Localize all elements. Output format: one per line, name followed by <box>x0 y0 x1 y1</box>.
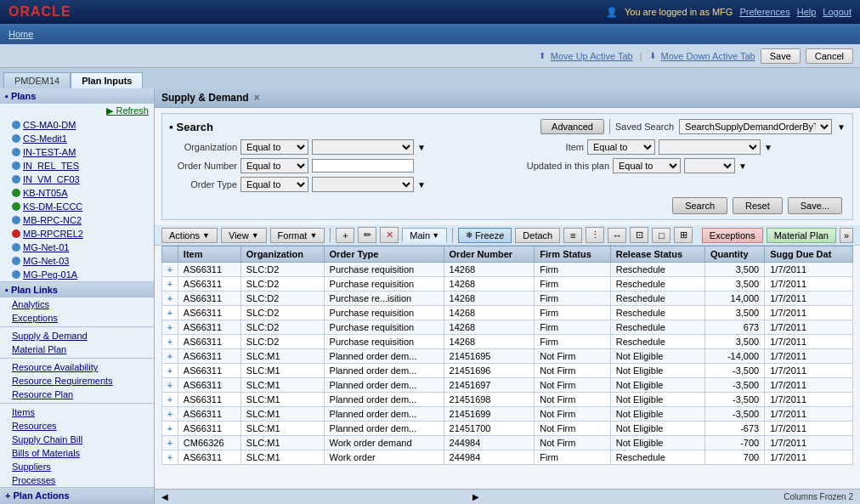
sidebar-item-supply-chain-bill[interactable]: Supply Chain Bill <box>0 433 154 446</box>
panel-close-button[interactable]: × <box>254 92 260 104</box>
reset-button[interactable]: Reset <box>733 197 783 214</box>
expand-cell[interactable]: + <box>162 393 178 407</box>
sidebar-item-mg-peg-01a[interactable]: MG-Peg-01A <box>0 268 154 281</box>
sidebar-item-analytics[interactable]: Analytics <box>0 297 154 311</box>
new-row-button[interactable]: + <box>336 228 354 243</box>
main-tab[interactable]: Main ▼ <box>402 228 447 242</box>
order-number-input[interactable] <box>312 159 414 173</box>
col-header-organization[interactable]: Organization <box>240 246 324 263</box>
sidebar-item-material-plan[interactable]: Material Plan <box>0 343 154 356</box>
sidebar-item-mg-net-01[interactable]: MG-Net-01 <box>0 241 154 254</box>
material-plan-button[interactable]: Material Plan <box>767 228 836 243</box>
sidebar-item-mb-rpc-nc2[interactable]: MB-RPC-NC2 <box>0 213 154 227</box>
scroll-right[interactable]: ▶ <box>472 492 479 501</box>
col-header-release-status[interactable]: Release Status <box>610 246 704 263</box>
expand-cell[interactable]: + <box>162 292 178 306</box>
sidebar-item-exceptions[interactable]: Exceptions <box>0 311 154 325</box>
move-up-label[interactable]: Move Up Active Tab <box>551 51 633 61</box>
updated-op-select[interactable]: Equal to <box>613 158 681 173</box>
sidebar-item-resource-plan[interactable]: Resource Plan <box>0 388 154 401</box>
export-btn[interactable]: ⊞ <box>674 227 693 243</box>
sidebar-item-in-vm-cf03[interactable]: IN_VM_CF03 <box>0 173 154 186</box>
sidebar-item-bills-of-materials[interactable]: Bills of Materials <box>0 446 154 460</box>
table-row[interactable]: + AS66311 SLC:M1 Planned order dem... 21… <box>162 349 853 364</box>
more-button[interactable]: » <box>840 228 853 243</box>
expand-cell[interactable]: + <box>162 378 178 393</box>
logout-link[interactable]: Logout <box>823 7 852 17</box>
col-freeze-btn[interactable]: ⋮ <box>586 227 604 243</box>
sidebar-item-in-test-am[interactable]: IN-TEST-AM <box>0 145 154 159</box>
expand-cell[interactable]: + <box>162 263 178 277</box>
sidebar-item-items[interactable]: Items <box>0 405 154 419</box>
exceptions-button[interactable]: Exceptions <box>702 228 763 243</box>
table-row[interactable]: + AS66311 SLC:D2 Purchase requisition 14… <box>162 263 853 277</box>
sidebar-item-supply-demand[interactable]: Supply & Demand <box>0 329 154 343</box>
item-op-select[interactable]: Equal to <box>587 139 655 155</box>
actions-button[interactable]: Actions ▼ <box>161 228 218 243</box>
sidebar-item-suppliers[interactable]: Suppliers <box>0 460 154 473</box>
refresh-button[interactable]: ▶ Refresh <box>0 104 154 118</box>
edit-button[interactable]: ✏ <box>358 227 376 243</box>
sidebar-item-resources[interactable]: Resources <box>0 419 154 433</box>
search-button[interactable]: Search <box>672 197 727 214</box>
sidebar-item-in-rel-tes[interactable]: IN_REL_TES <box>0 159 154 173</box>
saved-search-select[interactable]: SearchSupplyDemandOrderByTrxId <box>679 119 832 134</box>
plan-actions-header[interactable]: + Plan Actions <box>0 488 154 503</box>
help-link[interactable]: Help <box>797 7 817 17</box>
detach-button[interactable]: Detach <box>515 228 560 243</box>
organization-op-select[interactable]: Equal to <box>240 139 308 155</box>
move-down-label[interactable]: Move Down Active Tab <box>661 51 755 61</box>
item-value-select[interactable] <box>659 139 761 155</box>
view-button[interactable]: View ▼ <box>221 228 267 243</box>
table-row[interactable]: + AS66311 SLC:M1 Work order 244984 Firm … <box>162 450 853 465</box>
table-row[interactable]: + AS66311 SLC:M1 Planned order dem... 21… <box>162 378 853 393</box>
sidebar-item-cs-ma0-dm[interactable]: CS-MA0-DM <box>0 118 154 132</box>
home-link[interactable]: Home <box>8 29 33 39</box>
col-header-sugg-due[interactable]: Sugg Due Dat <box>765 246 853 263</box>
cancel-button[interactable]: Cancel <box>806 48 853 64</box>
table-row[interactable]: + AS66311 SLC:M1 Planned order dem... 21… <box>162 422 853 436</box>
scroll-left[interactable]: ◀ <box>161 492 168 501</box>
table-row[interactable]: + AS66311 SLC:M1 Planned order dem... 21… <box>162 393 853 407</box>
organization-value-select[interactable] <box>312 139 414 155</box>
delete-button[interactable]: ✕ <box>380 227 399 243</box>
col-header-order-type[interactable]: Order Type <box>324 246 444 263</box>
sidebar-item-kb-nt05a[interactable]: KB-NT05A <box>0 186 154 200</box>
expand-cell[interactable]: + <box>162 436 178 450</box>
col-header-quantity[interactable]: Quantity <box>705 246 765 263</box>
format-button[interactable]: Format ▼ <box>270 228 325 243</box>
col-header-item[interactable]: Item <box>178 246 240 263</box>
expand-cell[interactable]: + <box>162 450 178 465</box>
col-move-btn[interactable]: ↔ <box>608 228 626 243</box>
expand-cell[interactable]: + <box>162 364 178 378</box>
sidebar-item-mg-net-03[interactable]: MG-Net-03 <box>0 254 154 268</box>
expand-cell[interactable]: + <box>162 335 178 349</box>
tab-pmdem14[interactable]: PMDEM14 <box>3 72 71 88</box>
sidebar-item-resource-requirements[interactable]: Resource Requirements <box>0 374 154 388</box>
sidebar-item-cs-medit1[interactable]: CS-Medit1 <box>0 132 154 145</box>
preferences-link[interactable]: Preferences <box>739 7 789 17</box>
advanced-button[interactable]: Advanced <box>540 119 604 134</box>
order-type-op-select[interactable]: Equal to <box>240 177 308 192</box>
expand-cell[interactable]: + <box>162 422 178 436</box>
table-row[interactable]: + AS66311 SLC:D2 Purchase requisition 14… <box>162 306 853 320</box>
wrap-btn[interactable]: ⊡ <box>630 227 648 243</box>
order-number-op-select[interactable]: Equal to <box>240 158 308 173</box>
sidebar-item-mb-rpcrel2[interactable]: MB-RPCREL2 <box>0 227 154 241</box>
table-row[interactable]: + AS66311 SLC:M1 Planned order dem... 21… <box>162 364 853 378</box>
table-row[interactable]: + AS66311 SLC:D2 Purchase re...isition 1… <box>162 292 853 306</box>
col-header-firm-status[interactable]: Firm Status <box>535 246 611 263</box>
plans-section-header[interactable]: ▪ Plans <box>0 88 154 104</box>
expand-cell[interactable]: + <box>162 407 178 422</box>
table-row[interactable]: + AS66311 SLC:D2 Purchase requisition 14… <box>162 320 853 335</box>
expand-cell[interactable]: + <box>162 349 178 364</box>
table-row[interactable]: + CM66326 SLC:M1 Work order demand 24498… <box>162 436 853 450</box>
plan-links-header[interactable]: ▪ Plan Links <box>0 282 154 297</box>
data-table-wrapper[interactable]: Item Organization Order Type Order Numbe… <box>161 246 853 489</box>
table-row[interactable]: + AS66311 SLC:D2 Purchase requisition 14… <box>162 335 853 349</box>
expand-cell[interactable]: + <box>162 306 178 320</box>
sidebar-item-processes[interactable]: Processes <box>0 473 154 487</box>
sidebar-item-ks-dm-eccc[interactable]: KS-DM-ECCC <box>0 200 154 213</box>
freeze-button[interactable]: ❄ Freeze <box>458 228 512 243</box>
updated-value-select[interactable] <box>684 158 735 173</box>
